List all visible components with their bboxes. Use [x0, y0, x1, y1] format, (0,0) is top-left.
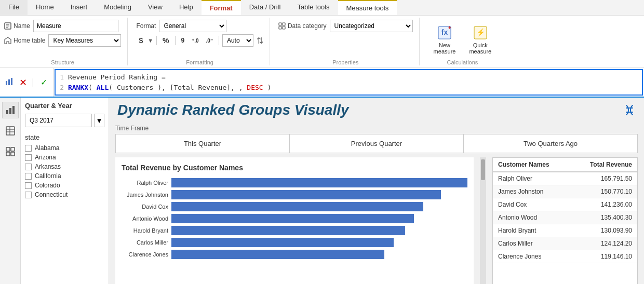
home-table-select[interactable]: Key Measures — [48, 34, 121, 47]
formula-bar: ✕ │ ✓ 1Revenue Period Ranking = 2RANKX( … — [0, 68, 644, 98]
confirm-formula-btn[interactable]: ✓ — [38, 77, 49, 87]
formula-editor[interactable]: 1Revenue Period Ranking = 2RANKX( ALL( C… — [55, 69, 643, 96]
bar-chart-icon — [4, 77, 15, 88]
charts-row: Total Revenue by Customer Names Ralph Ol… — [115, 157, 638, 284]
table-sidebar-icon — [5, 126, 16, 136]
tab-datadrill[interactable]: Data / Drill — [241, 0, 289, 15]
name-row: Name — [4, 20, 121, 32]
dashboard-inner: Time Frame This Quarter Previous Quarter… — [109, 120, 644, 284]
tab-tabletools[interactable]: Table tools — [289, 0, 338, 15]
tab-view[interactable]: View — [140, 0, 171, 15]
bar-track — [171, 202, 467, 211]
title-area: Dynamic Ranked Groups Visually — [109, 98, 644, 120]
ribbon-section-properties: Data category Uncategorized Properties — [278, 18, 420, 65]
bar-fill — [171, 238, 394, 247]
decimal-up-btn[interactable]: ⁺.0 — [189, 36, 201, 45]
state-item[interactable]: California — [25, 172, 104, 180]
cancel-formula-btn[interactable]: ✕ — [18, 78, 28, 87]
tab-file[interactable]: File — [0, 0, 28, 15]
auto-spinner[interactable]: ⇅ — [257, 36, 263, 46]
auto-select[interactable]: Auto — [222, 34, 253, 47]
bar-label: David Cox — [122, 204, 168, 210]
table-row: Clarence Jones119,146.10 — [493, 250, 637, 263]
tab-measuretools[interactable]: Measure tools — [338, 0, 397, 15]
percent-btn[interactable]: % — [160, 35, 171, 46]
customer-name: Antonio Wood — [493, 211, 571, 224]
svg-rect-10 — [6, 81, 7, 85]
svg-rect-21 — [11, 147, 15, 151]
bar-chart-sidebar-icon — [5, 105, 16, 115]
revenue-amount: 119,146.10 — [571, 250, 637, 263]
svg-text:fx: fx — [441, 28, 448, 36]
sidebar-icon-table[interactable] — [2, 123, 19, 139]
format-text-label: Format — [136, 22, 156, 30]
customer-name: Clarence Jones — [493, 250, 571, 263]
svg-rect-13 — [6, 110, 8, 114]
name-input[interactable] — [33, 20, 118, 32]
bar-fill — [171, 190, 441, 199]
matrix-sidebar-icon — [5, 146, 16, 157]
main-area: Quarter & Year ▼ state AlabamaArizonaArk… — [0, 98, 644, 284]
sidebar-icons — [0, 98, 21, 284]
dollar-btn[interactable]: $ — [136, 35, 145, 46]
home-table-icon-label: Home table — [4, 37, 45, 44]
format-select[interactable]: General — [159, 20, 226, 32]
tab-insert[interactable]: Insert — [62, 0, 96, 15]
tab-this-quarter[interactable]: This Quarter — [116, 134, 290, 153]
state-checkbox[interactable] — [25, 145, 32, 152]
customer-name: Carlos Miller — [493, 237, 571, 250]
ribbon-section-calculations: fx + New measure ⚡ Quick measure Calcula… — [428, 18, 504, 65]
state-checkbox[interactable] — [25, 164, 32, 170]
bar-row: Harold Bryant — [122, 226, 467, 235]
quick-measure-btn[interactable]: ⚡ Quick measure — [463, 22, 497, 57]
svg-rect-22 — [6, 152, 10, 156]
sidebar-icon-bar[interactable] — [2, 102, 19, 118]
tab-home[interactable]: Home — [28, 0, 62, 15]
decimal-down-btn[interactable]: .0⁻ — [204, 36, 216, 45]
svg-text:+: + — [448, 25, 451, 31]
data-category-select[interactable]: Uncategorized — [330, 20, 413, 32]
tab-two-quarters[interactable]: Two Quarters Ago — [464, 134, 637, 153]
table-row: Carlos Miller124,124.20 — [493, 237, 637, 250]
state-name: California — [35, 172, 61, 180]
time-frame-area: Time Frame This Quarter Previous Quarter… — [115, 125, 638, 153]
svg-rect-4 — [283, 26, 285, 29]
state-checkbox[interactable] — [25, 192, 32, 198]
cursor-indicator: │ — [31, 78, 35, 86]
table-row: Antonio Wood135,400.30 — [493, 211, 637, 224]
new-measure-btn[interactable]: fx + New measure — [428, 22, 462, 57]
quarter-dropdown-btn[interactable]: ▼ — [94, 114, 104, 127]
state-checkbox[interactable] — [25, 182, 32, 189]
state-checkbox[interactable] — [25, 173, 32, 180]
revenue-amount: 141,236.00 — [571, 198, 637, 211]
state-item[interactable]: Arizona — [25, 154, 104, 161]
format-row: Format General — [136, 20, 263, 32]
dropdown-arrow-btn[interactable]: ▼ — [147, 37, 153, 44]
state-name: Connecticut — [35, 191, 68, 198]
svg-rect-23 — [11, 152, 15, 156]
comma-btn[interactable]: 9 — [179, 35, 187, 46]
quarter-input[interactable] — [25, 114, 92, 127]
state-item[interactable]: Colorado — [25, 182, 104, 189]
state-item[interactable]: Connecticut — [25, 191, 104, 198]
scroll-handle[interactable] — [480, 157, 486, 284]
format-label: Format — [136, 22, 156, 30]
bar-chart-container: Total Revenue by Customer Names Ralph Ol… — [115, 157, 474, 284]
tab-help[interactable]: Help — [171, 0, 202, 15]
svg-rect-1 — [279, 23, 281, 25]
svg-rect-20 — [6, 147, 10, 151]
scroll-thumb — [481, 159, 485, 180]
ribbon-section-format: Format General $ ▼ % 9 ⁺.0 .0⁻ Auto ⇅ — [136, 18, 270, 65]
tab-format[interactable]: Format — [202, 0, 241, 15]
quarter-year-label: Quarter & Year — [25, 102, 104, 110]
home-table-row: Home table Key Measures — [4, 34, 121, 47]
state-name: Alabama — [35, 144, 59, 152]
sidebar-icon-matrix[interactable] — [2, 143, 19, 160]
properties-section-label: Properties — [278, 57, 413, 65]
state-item[interactable]: Arkansas — [25, 163, 104, 170]
state-checkbox[interactable] — [25, 154, 32, 161]
format-sep-2 — [175, 36, 176, 45]
state-item[interactable]: Alabama — [25, 144, 104, 152]
tab-modeling[interactable]: Modeling — [96, 0, 140, 15]
tab-prev-quarter[interactable]: Previous Quarter — [290, 134, 464, 153]
